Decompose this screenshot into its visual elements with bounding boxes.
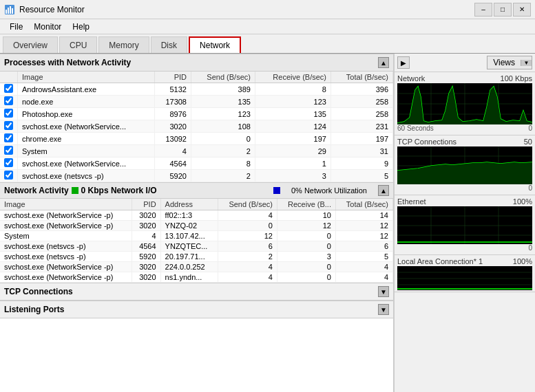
row-checkbox[interactable] — [4, 121, 13, 130]
table-row: Photoshop.exe 8976 123 135 258 — [0, 108, 393, 120]
na-row-total: 12 — [335, 221, 392, 231]
row-checkbox[interactable] — [4, 158, 13, 167]
ethernet-graph-section: Ethernet 100% 0 — [395, 195, 535, 255]
processes-table: Image PID Send (B/sec) Receive (B/sec) T… — [0, 72, 393, 182]
row-pid: 5132 — [155, 83, 191, 96]
network-activity-table: Image PID Address Send (B/sec) Receive (… — [0, 199, 393, 283]
na-row-send: 6 — [218, 241, 277, 252]
row-send: 2 — [191, 170, 255, 182]
processes-table-header: Image PID Send (B/sec) Receive (B/sec) T… — [0, 72, 393, 83]
table-row: svchost.exe (NetworkService -p) 3020 ns1… — [0, 272, 393, 283]
tcp-section-title: TCP Connections — [4, 287, 73, 296]
panel-expand-button[interactable]: ▶ — [397, 56, 410, 69]
network-graph-section: Network 100 Kbps — [395, 72, 535, 135]
close-button[interactable]: ✕ — [513, 3, 531, 17]
row-checkbox[interactable] — [4, 171, 13, 179]
tcp-section-header[interactable]: TCP Connections ▼ — [0, 283, 393, 301]
tcp-graph-label-row: TCP Connections 50 — [397, 137, 532, 146]
row-checkbox-cell[interactable] — [0, 145, 18, 157]
tab-overview[interactable]: Overview — [3, 36, 58, 53]
tab-bar: Overview CPU Memory Disk Network — [0, 34, 535, 54]
row-checkbox[interactable] — [4, 84, 13, 93]
right-panel-header: ▶ Views ▼ — [395, 54, 535, 72]
right-panel: ▶ Views ▼ Network 100 Kbps — [394, 54, 535, 392]
na-row-pid: 3020 — [132, 210, 160, 221]
listening-section-title: Listening Ports — [4, 305, 64, 314]
row-send: 8 — [191, 157, 255, 170]
row-image: svchost.exe (NetworkService... — [18, 157, 155, 170]
network-activity-expand-button[interactable]: ▲ — [378, 185, 389, 196]
row-checkbox[interactable] — [4, 146, 13, 155]
row-checkbox-cell[interactable] — [0, 96, 18, 108]
local-graph-canvas — [397, 266, 532, 290]
network-io-status: 0 Kbps Network I/O — [81, 186, 157, 195]
na-row-image: svchost.exe (netsvcs -p) — [0, 241, 132, 252]
app-icon — [4, 4, 15, 15]
maximize-button[interactable]: □ — [494, 3, 512, 17]
network-util-status: 0% Network Utilization — [291, 186, 367, 195]
row-checkbox-cell[interactable] — [0, 170, 18, 182]
menu-monitor[interactable]: Monitor — [28, 21, 67, 32]
row-pid: 3020 — [155, 120, 191, 133]
row-checkbox-cell[interactable] — [0, 157, 18, 170]
col-checkbox — [0, 72, 18, 83]
listening-expand-button[interactable]: ▼ — [378, 304, 389, 315]
row-total: 197 — [331, 133, 392, 145]
row-checkbox[interactable] — [4, 96, 13, 105]
na-row-send: 12 — [218, 231, 277, 241]
network-activity-table-body: svchost.exe (NetworkService -p) 3020 ff0… — [0, 210, 393, 283]
row-send: 108 — [191, 120, 255, 133]
na-row-receive: 0 — [277, 262, 335, 272]
row-checkbox[interactable] — [4, 133, 13, 142]
tab-memory[interactable]: Memory — [98, 36, 149, 53]
row-checkbox[interactable] — [4, 109, 13, 118]
network-activity-title-area: Network Activity 0 Kbps Network I/O — [4, 186, 157, 195]
network-graph-value: 100 Kbps — [501, 74, 532, 83]
ethernet-graph-time: 0 — [397, 244, 532, 253]
row-image: svchost.exe (netsvcs -p) — [18, 170, 155, 182]
row-checkbox-cell[interactable] — [0, 120, 18, 133]
network-activity-title: Network Activity — [4, 186, 69, 195]
network-graph-time: 60 Seconds 0 — [397, 124, 532, 133]
processes-expand-button[interactable]: ▲ — [378, 57, 389, 68]
row-total: 5 — [331, 170, 392, 182]
na-row-address: 224.0.0.252 — [160, 262, 218, 272]
tcp-expand-button[interactable]: ▼ — [378, 286, 389, 297]
na-row-address: 20.197.71... — [160, 252, 218, 262]
na-row-pid: 4564 — [132, 241, 160, 252]
row-pid: 5920 — [155, 170, 191, 182]
local-graph-section: Local Area Connection* 1 100% — [395, 255, 535, 292]
table-row: System 4 13.107.42... 12 0 12 — [0, 231, 393, 241]
table-row: svchost.exe (NetworkService... 4564 8 1 … — [0, 157, 393, 170]
row-checkbox-cell[interactable] — [0, 108, 18, 120]
tab-network[interactable]: Network — [189, 36, 241, 53]
row-total: 9 — [331, 157, 392, 170]
tab-disk[interactable]: Disk — [151, 36, 187, 53]
views-dropdown-arrow[interactable]: ▼ — [521, 60, 532, 66]
col-receive: Receive (B/sec) — [255, 72, 331, 83]
row-checkbox-cell[interactable] — [0, 83, 18, 96]
row-checkbox-cell[interactable] — [0, 133, 18, 145]
ethernet-graph-value: 100% — [513, 197, 532, 206]
views-label: Views — [487, 56, 521, 69]
na-row-send: 4 — [218, 272, 277, 283]
na-row-send: 2 — [218, 252, 277, 262]
views-button[interactable]: Views ▼ — [487, 56, 532, 69]
na-col-receive: Receive (B... — [277, 199, 335, 210]
na-row-receive: 0 — [277, 272, 335, 283]
ethernet-time-end: 0 — [528, 244, 532, 252]
tab-cpu[interactable]: CPU — [59, 36, 97, 53]
na-row-receive: 0 — [277, 231, 335, 241]
listening-section-header[interactable]: Listening Ports ▼ — [0, 301, 393, 318]
row-image: svchost.exe (NetworkService... — [18, 120, 155, 133]
menu-file[interactable]: File — [4, 21, 28, 32]
window-controls: – □ ✕ — [474, 3, 531, 17]
table-row: System 4 2 29 31 — [0, 145, 393, 157]
na-row-image: svchost.exe (NetworkService -p) — [0, 272, 132, 283]
na-row-address: YNZQTEC... — [160, 241, 218, 252]
tcp-time-end: 0 — [528, 184, 532, 192]
row-total: 258 — [331, 108, 392, 120]
network-activity-table-header: Image PID Address Send (B/sec) Receive (… — [0, 199, 393, 210]
menu-help[interactable]: Help — [67, 21, 95, 32]
minimize-button[interactable]: – — [474, 3, 492, 17]
